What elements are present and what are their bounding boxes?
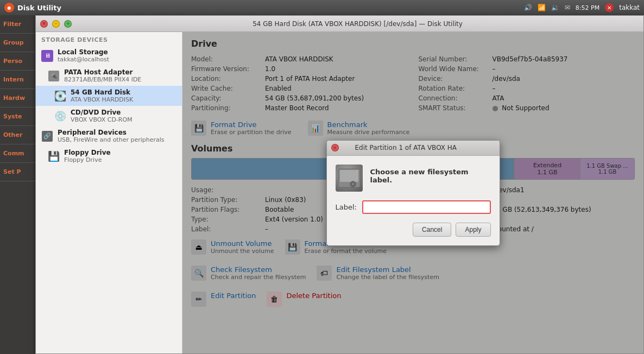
modal-content-row: Choose a new filesystem label. (336, 165, 491, 192)
modal-title: Edit Partition 1 of ATA VBOX HA (355, 144, 495, 151)
left-panel-hardw[interactable]: Hardw (0, 89, 35, 108)
peripheral-name: Peripheral Devices (58, 129, 176, 136)
left-panel-group[interactable]: Group (0, 34, 35, 52)
modal-body: Choose a new filesystem label. Label: Ca… (327, 156, 500, 245)
sidebar-item-hdd[interactable]: 💽 54 GB Hard Disk ATA VBOX HARDDISK (36, 86, 182, 106)
svg-rect-1 (340, 170, 358, 182)
network-icon: 📶 (538, 4, 546, 11)
sidebar-item-floppy[interactable]: 💾 Floppy Drive Floppy Drive (36, 146, 182, 166)
storage-devices-header: Storage Devices (36, 32, 182, 46)
label-row: Label: (336, 200, 491, 214)
window-titlebar: ✕ – + 54 GB Hard Disk (ATA VBOX HARDDISK… (36, 16, 643, 32)
left-panel-comm[interactable]: Comm (0, 144, 35, 163)
window-title: 54 GB Hard Disk (ATA VBOX HARDDISK) [/de… (76, 20, 639, 28)
close-button[interactable]: ✕ (40, 20, 48, 28)
cancel-button[interactable]: Cancel (413, 223, 451, 237)
app-title: Disk Utility (17, 4, 61, 12)
left-panel-setp[interactable]: Set P (0, 163, 35, 181)
left-panel: Filter Group Perso Intern Hardw Syste Ot… (0, 15, 35, 354)
main-content: Drive Model: ATA VBOX HARDDISK Firmware … (182, 32, 643, 353)
close-session-button[interactable]: ✕ (605, 3, 614, 12)
floppy-name: Floppy Drive (64, 149, 176, 156)
modal-disk-icon (336, 165, 363, 192)
peripheral-sub: USB, FireWire and other peripherals (58, 136, 176, 143)
svg-point-3 (352, 183, 354, 185)
floppy-icon: 💾 (48, 150, 60, 162)
peripheral-icon: 🔗 (41, 130, 53, 142)
label-field-label: Label: (336, 203, 357, 211)
minimize-button[interactable]: – (52, 20, 60, 28)
modal-close-button[interactable]: ✕ (331, 144, 339, 151)
left-panel-filter[interactable]: Filter (0, 15, 35, 34)
pata-sub: 82371AB/EB/MB PIIX4 IDE (64, 76, 176, 83)
cdrom-name: CD/DVD Drive (71, 109, 176, 116)
pata-name: PATA Host Adapter (64, 68, 176, 76)
ubuntu-logo (4, 3, 14, 12)
audio-icon: 🔊 (524, 4, 532, 11)
pata-icon: 🔌 (48, 70, 60, 82)
left-panel-intern[interactable]: Intern (0, 71, 35, 89)
mail-icon: ✉ (565, 4, 570, 11)
left-panel-perso[interactable]: Perso (0, 52, 35, 71)
cdrom-icon: 💿 (54, 110, 66, 122)
modal-message: Choose a new filesystem label. (370, 168, 491, 184)
edit-partition-modal: ✕ Edit Partition 1 of ATA VBOX HA (326, 140, 500, 246)
sidebar-item-peripheral[interactable]: 🔗 Peripheral Devices USB, FireWire and o… (36, 126, 182, 146)
hdd-icon: 💽 (54, 90, 66, 102)
modal-buttons: Cancel Apply (336, 223, 491, 237)
sidebar: Storage Devices 🖥 Local Storage takkat@l… (36, 32, 182, 353)
apply-button[interactable]: Apply (456, 223, 490, 237)
modal-overlay: ✕ Edit Partition 1 of ATA VBOX HA (182, 32, 643, 353)
cdrom-sub: VBOX VBOX CD-ROM (71, 116, 176, 123)
floppy-sub: Floppy Drive (64, 156, 176, 163)
maximize-button[interactable]: + (64, 20, 72, 28)
username-label: takkat (619, 4, 640, 11)
window-body: Storage Devices 🖥 Local Storage takkat@l… (36, 32, 643, 353)
volume-icon: 🔉 (551, 4, 559, 11)
local-storage-sub: takkat@localhost (58, 56, 176, 63)
modal-titlebar: ✕ Edit Partition 1 of ATA VBOX HA (327, 141, 500, 156)
hdd-name: 54 GB Hard Disk (71, 88, 176, 96)
sidebar-item-pata[interactable]: 🔌 PATA Host Adapter 82371AB/EB/MB PIIX4 … (36, 66, 182, 86)
left-panel-syste[interactable]: Syste (0, 108, 35, 126)
top-bar-right: 🔊 📶 🔉 ✉ 8:52 PM ✕ takkat (524, 3, 640, 12)
label-input[interactable] (362, 200, 491, 214)
sidebar-item-cdrom[interactable]: 💿 CD/DVD Drive VBOX VBOX CD-ROM (36, 106, 182, 126)
local-storage-name: Local Storage (58, 48, 176, 56)
hdd-sub: ATA VBOX HARDDISK (71, 96, 176, 103)
clock: 8:52 PM (576, 4, 599, 11)
top-bar: Disk Utility 🔊 📶 🔉 ✉ 8:52 PM ✕ takkat (0, 0, 644, 15)
sidebar-item-local-storage[interactable]: 🖥 Local Storage takkat@localhost (36, 46, 182, 66)
left-panel-other[interactable]: Other (0, 126, 35, 144)
local-storage-icon: 🖥 (41, 50, 53, 62)
